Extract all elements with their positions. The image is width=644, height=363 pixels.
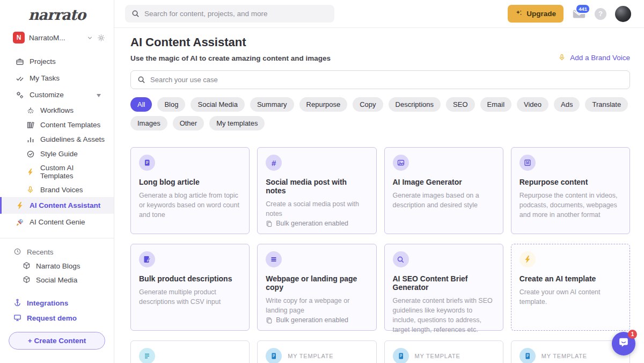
- filter-chip-my-templates[interactable]: My templates: [209, 116, 265, 130]
- gears-icon: [15, 90, 24, 99]
- card-desc: Generate multiple product descriptions w…: [139, 287, 241, 307]
- sidebar-item-ai-content-genie[interactable]: AI Content Genie: [0, 214, 114, 230]
- app-window: narrato N NarratoM... Projects My Tasks …: [0, 0, 644, 363]
- anchor-icon: [13, 299, 22, 307]
- help-button[interactable]: ?: [595, 8, 606, 20]
- books-icon: [26, 120, 35, 129]
- workspace-selector[interactable]: N NarratoM...: [0, 26, 114, 49]
- card-desc: Repurpose the content in videos, podcast…: [519, 191, 621, 220]
- filter-chip-all[interactable]: All: [130, 97, 152, 112]
- card-ai-image-generator[interactable]: AI Image Generator Generate images based…: [384, 147, 503, 234]
- sidebar-item-brand-voices[interactable]: Brand Voices: [0, 183, 114, 197]
- microphone-icon: [26, 185, 35, 194]
- filter-chip-social-media[interactable]: Social Media: [191, 97, 244, 112]
- sidebar-links: Integrations Request demo: [0, 295, 114, 325]
- filter-chip-video[interactable]: Video: [517, 97, 548, 112]
- filter-chip-copy[interactable]: Copy: [353, 97, 383, 112]
- chat-widget-button[interactable]: 1: [612, 332, 635, 355]
- request-demo-link[interactable]: Request demo: [0, 310, 114, 325]
- card-desc: Create your own AI content template.: [519, 287, 621, 307]
- image-icon: [393, 155, 409, 171]
- card-ai-seo-brief-generator[interactable]: AI SEO Content Brief Generator Generate …: [384, 244, 503, 331]
- card-ai-topic-generator[interactable]: AI Topic Generator: [130, 340, 250, 363]
- list-icon: [139, 348, 155, 363]
- inbox-button[interactable]: 441: [572, 9, 586, 19]
- filter-chip-other[interactable]: Other: [173, 116, 204, 130]
- card-bulk-product-descriptions[interactable]: Bulk product descriptions Generate multi…: [130, 244, 250, 331]
- card-webpage-copy[interactable]: Webpage or landing page copy Write copy …: [257, 244, 376, 331]
- card-desc: Generate a blog article from topic or ke…: [139, 191, 241, 220]
- page-title: AI Content Assistant: [130, 35, 331, 49]
- usecase-grid: Long blog article Generate a blog articl…: [130, 147, 630, 363]
- usecase-search[interactable]: [130, 70, 630, 89]
- card-product-reviews[interactable]: MY TEMPLATE Product Reviews: [257, 340, 376, 363]
- card-title: Webpage or landing page copy: [266, 274, 368, 292]
- card-desc: Create a social media post with notes: [266, 199, 368, 219]
- copy-icon: [266, 317, 273, 324]
- upgrade-button[interactable]: Upgrade: [508, 5, 564, 23]
- newspaper-icon: [519, 155, 536, 171]
- filter-chip-ads[interactable]: Ads: [554, 97, 580, 112]
- my-template-label: MY TEMPLATE: [288, 353, 333, 359]
- integrations-link[interactable]: Integrations: [0, 295, 114, 310]
- sidebar-item-guidelines-assets[interactable]: Guidelines & Assets: [0, 132, 114, 147]
- filter-chip-descriptions[interactable]: Descriptions: [389, 97, 441, 112]
- search-icon: [137, 76, 145, 84]
- recent-item-label: Narrato Blogs: [36, 262, 80, 270]
- narrato-logo: narrato: [0, 0, 114, 26]
- request-demo-label: Request demo: [27, 314, 77, 322]
- card-title: AI Image Generator: [393, 178, 495, 186]
- sidebar-item-label: Workflows: [40, 106, 74, 114]
- bulk-generation-badge: Bulk generation enabled: [266, 316, 348, 324]
- sidebar-item-label: Content Templates: [40, 121, 100, 129]
- card-title: Bulk product descriptions: [139, 274, 241, 283]
- caret-down-icon[interactable]: [97, 91, 101, 99]
- card-long-blog-article[interactable]: Long blog article Generate a blog articl…: [130, 147, 250, 234]
- card-title: Repurpose content: [519, 178, 621, 186]
- sidebar-item-custom-ai-templates[interactable]: Custom AI Templates: [0, 161, 114, 183]
- filter-chip-translate[interactable]: Translate: [585, 97, 628, 112]
- user-avatar[interactable]: [615, 6, 631, 22]
- sidebar-item-workflows[interactable]: Workflows: [0, 103, 114, 118]
- sidebar-item-ai-content-assistant[interactable]: AI Content Assistant: [0, 197, 114, 214]
- filter-chip-blog[interactable]: Blog: [157, 97, 185, 112]
- document-edit-icon: [139, 251, 155, 267]
- sidebar-item-label: Style Guide: [40, 150, 78, 158]
- chevron-down-icon[interactable]: [86, 34, 93, 41]
- recent-item-narrato-blogs[interactable]: Narrato Blogs: [0, 259, 114, 273]
- card-repurpose-content[interactable]: Repurpose content Repurpose the content …: [511, 147, 630, 234]
- filter-chip-summary[interactable]: Summary: [250, 97, 294, 112]
- filter-chip-repurpose[interactable]: Repurpose: [299, 97, 348, 112]
- filter-chip-seo[interactable]: SEO: [446, 97, 474, 112]
- filter-chip-images[interactable]: Images: [130, 116, 167, 130]
- recents-header: Recents: [0, 245, 114, 259]
- sparkle-icon: [515, 9, 523, 18]
- recent-item-social-media[interactable]: Social Media: [0, 273, 114, 287]
- usecase-search-input[interactable]: [150, 76, 623, 84]
- lines-icon: [266, 251, 282, 267]
- card-create-ai-template[interactable]: Create an AI template Create your own AI…: [511, 244, 630, 331]
- sidebar-item-my-tasks[interactable]: My Tasks: [0, 70, 114, 86]
- clock-icon: [13, 248, 22, 256]
- sidebar-item-projects[interactable]: Projects: [0, 53, 114, 70]
- recents-section: Recents Narrato Blogs Social Media: [0, 238, 114, 287]
- sidebar-item-customize[interactable]: Customize: [0, 86, 114, 103]
- microphone-icon: [558, 54, 566, 62]
- card-newsletter-from-blog-url[interactable]: MY TEMPLATE Newsletter from blog URL: [384, 340, 503, 363]
- global-search[interactable]: [125, 5, 334, 23]
- add-brand-voice-link[interactable]: Add a Brand Voice: [558, 54, 630, 62]
- filter-chip-email[interactable]: Email: [480, 97, 512, 112]
- page-subtitle: Use the magic of AI to create amazing co…: [130, 54, 331, 62]
- bolt-icon: [26, 168, 35, 177]
- sidebar-item-label: Projects: [30, 57, 56, 66]
- cube-icon: [23, 262, 31, 270]
- search-icon: [131, 10, 140, 18]
- gear-icon[interactable]: [97, 34, 105, 42]
- sidebar-item-style-guide[interactable]: Style Guide: [0, 147, 114, 161]
- card-social-media-post[interactable]: # Social media post with notes Create a …: [257, 147, 376, 234]
- global-search-input[interactable]: [144, 10, 328, 18]
- sidebar-item-content-templates[interactable]: Content Templates: [0, 118, 114, 132]
- workspace-avatar: N: [13, 32, 25, 43]
- create-content-button[interactable]: + Create Content: [9, 332, 105, 350]
- recent-item-label: Social Media: [36, 276, 77, 284]
